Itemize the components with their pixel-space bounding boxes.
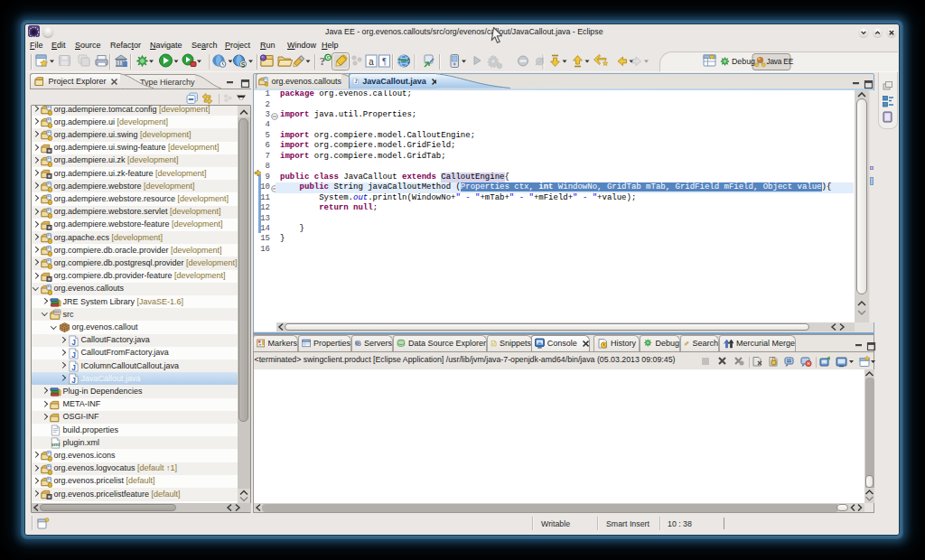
- svg-text:a: a: [369, 58, 374, 68]
- svg-text:Debug: Debug: [732, 57, 755, 66]
- svg-text:Java EE: Java EE: [767, 57, 794, 66]
- svg-text:S: S: [241, 61, 246, 68]
- svg-text:G: G: [325, 54, 330, 61]
- svg-text:¶: ¶: [382, 57, 387, 66]
- svg-text:?: ?: [320, 54, 326, 68]
